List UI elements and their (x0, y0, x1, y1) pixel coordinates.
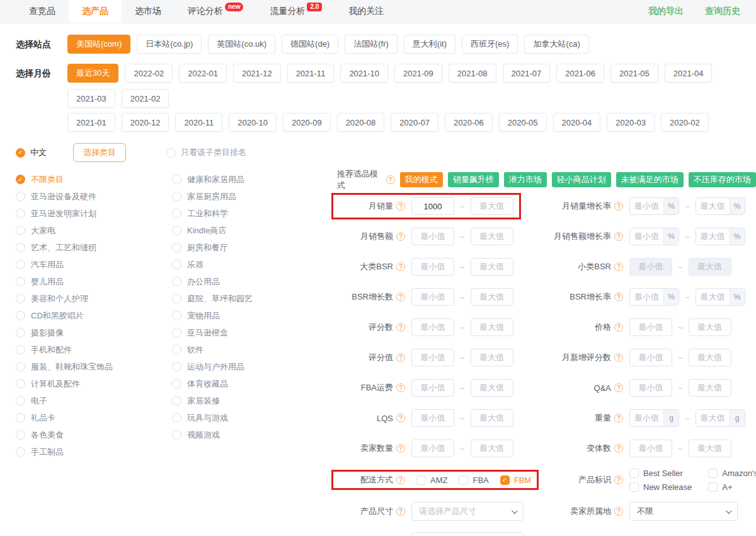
category-checkbox[interactable] (172, 175, 181, 184)
delivery-option-amz[interactable]: AMZ (416, 475, 447, 485)
delivery-option-fba[interactable]: FBA (459, 475, 488, 485)
badge-option-a-plus[interactable]: A+ (708, 482, 756, 492)
badge-checkbox-best-seller[interactable] (629, 469, 639, 478)
category-checkbox[interactable] (172, 362, 181, 371)
category-checkbox[interactable] (16, 192, 25, 201)
category-item[interactable]: 软件 (172, 341, 337, 358)
month-button[interactable]: 2021-06 (556, 64, 604, 83)
category-checkbox[interactable] (172, 192, 181, 201)
delivery-checkbox-fba[interactable] (459, 475, 468, 485)
nav-tab-select-products[interactable]: 选产品 (69, 0, 122, 23)
month-button[interactable]: 2021-09 (394, 64, 442, 83)
badge-checkbox-a-plus[interactable] (708, 482, 718, 492)
month-button[interactable]: 2020-11 (175, 113, 222, 132)
category-item[interactable]: 亚马逊设备及硬件 (16, 188, 172, 205)
category-item[interactable]: 手机和配件 (16, 341, 172, 358)
help-icon[interactable] (396, 293, 405, 301)
category-item[interactable]: 办公用品 (172, 273, 337, 290)
nav-tab-review-analysis[interactable]: 评论分析new (175, 0, 256, 23)
category-checkbox[interactable] (16, 226, 25, 235)
category-checkbox[interactable] (172, 294, 181, 303)
help-icon[interactable] (396, 444, 405, 453)
help-icon[interactable] (396, 323, 405, 332)
category-checkbox[interactable] (16, 447, 25, 457)
category-item[interactable]: 汽车用品 (16, 256, 172, 273)
category-checkbox[interactable] (16, 396, 25, 405)
my-exports-link[interactable]: 我的导出 (648, 6, 684, 17)
sub-category-bsr-min-input[interactable]: 最小值 (629, 258, 672, 276)
mode-tag[interactable]: 不压库存的市场 (689, 172, 756, 187)
site-button[interactable]: 意大利(it) (404, 35, 455, 54)
category-checkbox[interactable] (16, 328, 25, 337)
category-item[interactable]: 亚马逊发明家计划 (16, 205, 172, 222)
help-icon[interactable] (614, 507, 623, 516)
category-checkbox[interactable] (172, 277, 181, 286)
month-button[interactable]: 2021-04 (665, 64, 713, 83)
category-checkbox[interactable] (16, 175, 25, 184)
site-button[interactable]: 美国站(com) (67, 35, 130, 54)
mode-tag[interactable]: 我的模式 (400, 172, 443, 187)
delivery-checkbox-fbm[interactable] (500, 475, 510, 485)
rating-count-min-input[interactable]: 最小值 (411, 318, 454, 336)
nav-tab-select-market[interactable]: 选市场 (122, 0, 175, 23)
site-button[interactable]: 法国站(fr) (345, 35, 398, 54)
category-item[interactable]: 摄影摄像 (16, 324, 172, 341)
category-checkbox[interactable] (172, 226, 181, 235)
monthly-sales-growth-max-input[interactable]: 最大值% (696, 197, 745, 215)
site-button[interactable]: 加拿大站(ca) (524, 35, 588, 54)
help-icon[interactable] (396, 353, 405, 362)
category-checkbox[interactable] (172, 328, 181, 337)
category-checkbox[interactable] (172, 209, 181, 218)
help-icon[interactable] (614, 414, 623, 422)
main-category-bsr-min-input[interactable]: 最小值 (411, 258, 454, 276)
category-item[interactable]: 乐器 (172, 256, 337, 273)
help-icon[interactable] (396, 414, 405, 422)
help-icon[interactable] (614, 383, 623, 392)
category-item[interactable]: 视频游戏 (172, 426, 337, 443)
monthly-revenue-max-input[interactable]: 最大值 (471, 228, 513, 245)
month-button[interactable]: 2020-05 (499, 113, 547, 132)
help-icon[interactable] (614, 444, 623, 453)
select-category-button[interactable]: 选择类目 (73, 143, 126, 162)
category-item[interactable]: 手工制品 (16, 443, 172, 460)
help-icon[interactable] (396, 202, 405, 211)
monthly-new-ratings-min-input[interactable]: 最小值 (629, 349, 672, 366)
help-icon[interactable] (614, 232, 623, 241)
month-button[interactable]: 2020-03 (607, 113, 655, 132)
chinese-checkbox[interactable] (16, 148, 25, 158)
qa-count-min-input[interactable]: 最小值 (629, 379, 672, 397)
month-button[interactable]: 2020-04 (553, 113, 601, 132)
category-item[interactable]: 体育收藏品 (172, 375, 337, 392)
category-item[interactable]: 各色美食 (16, 426, 172, 443)
rating-value-min-input[interactable]: 最小值 (411, 349, 454, 366)
category-item[interactable]: 大家电 (16, 222, 172, 239)
category-checkbox[interactable] (172, 379, 181, 388)
site-button[interactable]: 德国站(de) (282, 35, 338, 54)
monthly-sales-growth-min-input[interactable]: 最小值% (629, 197, 679, 215)
category-item[interactable]: 电子 (16, 392, 172, 409)
month-button[interactable]: 2021-03 (67, 89, 115, 108)
main-category-bsr-max-input[interactable]: 最大值 (471, 258, 513, 276)
rating-count-max-input[interactable]: 最大值 (471, 318, 513, 336)
monthly-sales-max-input[interactable]: 最大值 (471, 197, 513, 215)
category-item[interactable]: 礼品卡 (16, 409, 172, 426)
subrank-checkbox[interactable] (166, 148, 176, 158)
help-icon[interactable] (396, 262, 405, 271)
site-button[interactable]: 西班牙(es) (462, 35, 518, 54)
category-checkbox[interactable] (16, 209, 25, 218)
weight-max-input[interactable]: 最大值g (696, 409, 745, 427)
month-button[interactable]: 2021-02 (122, 89, 169, 108)
month-button[interactable]: 2021-05 (610, 64, 658, 83)
month-button[interactable]: 2022-02 (125, 64, 173, 83)
category-item[interactable]: 美容和个人护理 (16, 290, 172, 307)
lqs-min-input[interactable]: 最小值 (411, 409, 454, 427)
month-button[interactable]: 2020-06 (445, 113, 493, 132)
weight-min-input[interactable]: 最小值g (629, 409, 679, 427)
category-checkbox[interactable] (172, 243, 181, 252)
category-checkbox[interactable] (16, 430, 25, 440)
fba-fee-min-input[interactable]: 最小值 (411, 379, 454, 397)
help-icon[interactable] (396, 232, 405, 241)
lqs-max-input[interactable]: 最大值 (471, 409, 513, 427)
category-item[interactable]: 服装、鞋靴和珠宝饰品 (16, 358, 172, 375)
category-checkbox[interactable] (16, 260, 25, 269)
